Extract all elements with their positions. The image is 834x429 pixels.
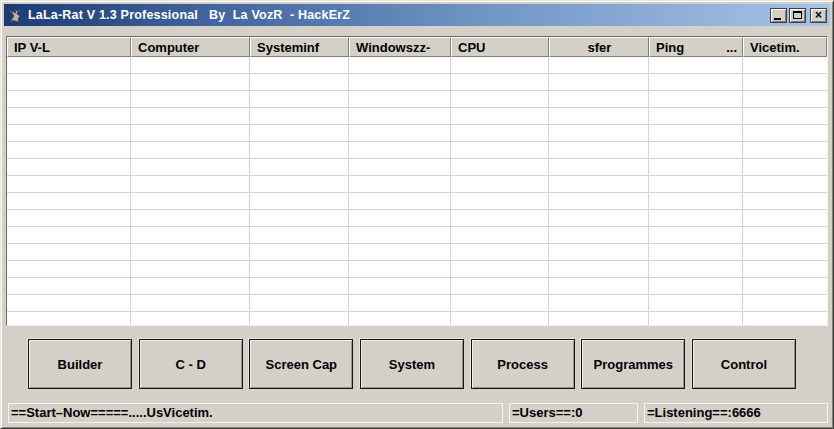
- victims-listview[interactable]: IP V-L Computer Systeminf Windowszz- CPU…: [6, 36, 828, 326]
- grid-column-line: [348, 57, 349, 325]
- ping-ellipsis: ...: [726, 40, 737, 56]
- grid-column-line: [548, 57, 549, 325]
- column-header-systeminf[interactable]: Systeminf: [250, 37, 349, 57]
- titlebar[interactable]: LaLa-Rat V 1.3 Professional By La VozR -…: [4, 4, 830, 26]
- listview-body[interactable]: [7, 57, 827, 325]
- status-listening-panel: =Listening==:6666: [644, 403, 828, 423]
- builder-button[interactable]: Builder: [28, 339, 132, 389]
- column-header-vicetim[interactable]: Vicetim.: [743, 37, 827, 57]
- command-button-row: Builder C - D Screen Cap System Process …: [28, 339, 796, 389]
- close-button[interactable]: ×: [810, 8, 827, 23]
- maximize-icon: [793, 11, 802, 19]
- control-button[interactable]: Control: [692, 339, 796, 389]
- status-users-panel: =Users==:0: [509, 403, 638, 423]
- c-d-button[interactable]: C - D: [139, 339, 243, 389]
- window-title: LaLa-Rat V 1.3 Professional By La VozR -…: [28, 8, 770, 22]
- screen-cap-button[interactable]: Screen Cap: [249, 339, 353, 389]
- minimize-button[interactable]: [770, 8, 787, 23]
- app-icon: [7, 7, 24, 24]
- close-icon: ×: [811, 8, 826, 23]
- status-start-panel: ==Start–Now=====.....UsVicetim.: [8, 403, 503, 423]
- column-header-windows[interactable]: Windowszz-: [349, 37, 451, 57]
- grid-column-line: [648, 57, 649, 325]
- grid-column-line: [742, 57, 743, 325]
- column-header-computer[interactable]: Computer: [131, 37, 250, 57]
- programmes-button[interactable]: Programmes: [581, 339, 685, 389]
- grid-column-line: [249, 57, 250, 325]
- column-header-ping[interactable]: Ping ...: [649, 37, 743, 57]
- grid-column-line: [130, 57, 131, 325]
- grid-column-line: [450, 57, 451, 325]
- system-button[interactable]: System: [360, 339, 464, 389]
- maximize-button[interactable]: [789, 8, 806, 23]
- ping-label: Ping: [656, 40, 684, 56]
- titlebar-controls: ×: [770, 8, 827, 23]
- column-header-sfer[interactable]: sfer: [549, 37, 649, 57]
- column-header-ip[interactable]: IP V-L: [7, 37, 131, 57]
- minimize-icon: [774, 18, 781, 20]
- column-header-cpu[interactable]: CPU: [451, 37, 549, 57]
- process-button[interactable]: Process: [471, 339, 575, 389]
- listview-header: IP V-L Computer Systeminf Windowszz- CPU…: [7, 37, 827, 57]
- app-window: LaLa-Rat V 1.3 Professional By La VozR -…: [0, 0, 834, 429]
